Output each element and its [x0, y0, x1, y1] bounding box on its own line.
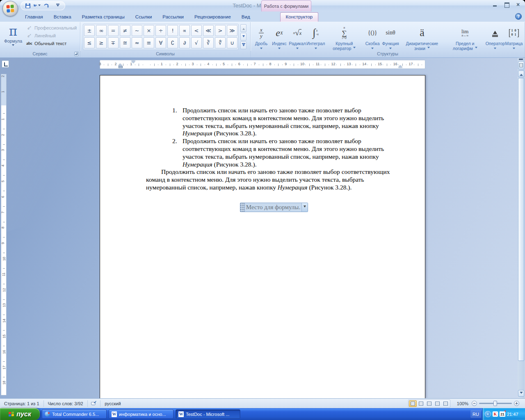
structure-function-button[interactable]: sinθФункция — [381, 23, 399, 51]
symbol-button[interactable]: ≡ — [144, 37, 154, 48]
close-button[interactable]: × — [515, 2, 521, 7]
zoom-track[interactable] — [479, 403, 512, 404]
restore-button[interactable] — [504, 2, 509, 7]
hanging-indent-marker[interactable] — [118, 62, 122, 66]
tab-references[interactable]: Ссылки — [130, 12, 158, 22]
symbols-scroll-down-button[interactable] — [240, 33, 247, 41]
symbol-button[interactable]: ∝ — [179, 25, 190, 36]
task-button[interactable]: WTestDoc - Microsoft ... — [176, 409, 240, 419]
structure-limit-and-log-button[interactable]: limn→∞Предел и логарифм — [445, 23, 486, 51]
print-layout-icon — [411, 402, 415, 406]
equation-dropdown-button[interactable] — [301, 203, 308, 212]
structure-accent-button[interactable]: äДиакритические знаки — [399, 23, 445, 51]
office-button[interactable] — [2, 1, 18, 16]
vertical-ruler[interactable]: 12123456789101112131415161718 — [1, 74, 7, 395]
tab-view[interactable]: Вид — [236, 12, 256, 22]
symbol-button[interactable]: ~ — [132, 25, 142, 36]
symbol-button[interactable]: ∂ — [179, 37, 190, 48]
right-indent-marker[interactable] — [398, 63, 402, 68]
document-page[interactable]: 1.Продолжить список или начать его занов… — [100, 75, 425, 398]
symbol-button[interactable]: ! — [167, 25, 178, 36]
symbol-button[interactable]: ∓ — [108, 37, 119, 48]
equation-placeholder-text[interactable]: Место для формулы. — [245, 203, 301, 212]
equation-button[interactable]: π Формула — [2, 23, 25, 51]
symbols-more-button[interactable] — [240, 41, 247, 49]
zoom-level[interactable]: 100% — [457, 401, 468, 406]
structure-script-button[interactable]: eXИндекс — [270, 23, 288, 51]
symbol-button[interactable]: ≅ — [120, 37, 130, 48]
spellcheck-status[interactable]: ✓ — [88, 400, 100, 407]
symbol-button[interactable]: ≈ — [132, 37, 142, 48]
structure-matrix-button[interactable]: [1 00 1]Матрица — [505, 23, 523, 51]
structure-bracket-button[interactable]: {()}Скобка — [363, 23, 381, 51]
scroll-up-button[interactable] — [518, 71, 524, 77]
tab-mailings[interactable]: Рассылки — [157, 12, 189, 22]
task-label: информатика и осно... — [119, 412, 166, 417]
tab-home[interactable]: Главная — [20, 12, 48, 22]
scroll-down-button[interactable] — [518, 390, 524, 397]
tab-stop-selector-button[interactable] — [2, 60, 9, 68]
horizontal-ruler[interactable]: 1231234567891011121314151617 — [100, 60, 425, 69]
tab-review[interactable]: Рецензирование — [189, 12, 236, 22]
structure-operator-button[interactable]: Оператор — [486, 23, 505, 51]
symbol-button[interactable]: ∛ — [203, 37, 214, 48]
symbol-button[interactable]: < — [191, 25, 202, 36]
page-indicator[interactable]: Страница: 1 из 1 — [0, 400, 44, 407]
clock[interactable]: 21:47 — [507, 412, 518, 417]
split-handle[interactable] — [519, 59, 523, 60]
symbol-button[interactable]: ≥ — [96, 37, 107, 48]
ruler-toggle-button[interactable] — [518, 61, 524, 69]
calendar-21-icon[interactable]: 21 — [500, 411, 505, 417]
symbol-button[interactable]: ∜ — [215, 37, 226, 48]
symbol-button[interactable]: √ — [191, 37, 202, 48]
tab-design[interactable]: Конструктор — [280, 12, 319, 22]
outline-view-button[interactable] — [434, 400, 441, 407]
structure-integral-button[interactable]: ∫x-xИнтеграл — [306, 23, 325, 51]
symbol-button[interactable]: ≤ — [84, 37, 95, 48]
structure-radical-button[interactable]: n√xРадикал — [288, 23, 306, 51]
symbol-button[interactable]: ∞ — [96, 25, 107, 36]
symbol-button[interactable]: ≫ — [227, 25, 237, 36]
symbol-button[interactable]: ≠ — [120, 25, 130, 36]
left-indent-marker[interactable] — [119, 66, 123, 68]
symbol-button[interactable]: = — [108, 25, 119, 36]
word-count-indicator[interactable]: Число слов: 3/92 — [44, 400, 88, 407]
hide-icons-chevron-icon[interactable]: ‹ — [485, 411, 491, 417]
ruler-number: 1 — [1, 91, 5, 93]
print-layout-view-button[interactable] — [409, 400, 417, 407]
zoom-in-button[interactable]: + — [514, 401, 519, 406]
minimize-button[interactable] — [492, 2, 498, 7]
language-bar-indicator[interactable]: RU — [470, 410, 481, 418]
symbol-button[interactable]: > — [215, 25, 226, 36]
vertical-scrollbar[interactable] — [518, 58, 525, 398]
language-indicator[interactable]: русский — [100, 400, 125, 407]
zoom-out-button[interactable]: − — [472, 401, 477, 406]
symbol-button[interactable]: ∪ — [227, 37, 237, 48]
content-control-handle[interactable] — [240, 203, 245, 212]
structure-large-operator-button[interactable]: n∑i=0Крупный оператор — [325, 23, 363, 51]
symbol-button[interactable]: ∀ — [155, 37, 166, 48]
fullscreen-reading-view-button[interactable] — [417, 400, 425, 407]
scrollbar-thumb[interactable] — [518, 78, 524, 361]
draft-view-button[interactable] — [442, 400, 450, 407]
tab-page-layout[interactable]: Разметка страницы — [77, 12, 130, 22]
structure-fraction-button[interactable]: xyДробь — [252, 23, 270, 51]
zoom-thumb[interactable] — [493, 401, 497, 406]
symbol-button[interactable]: ± — [84, 25, 95, 36]
option-normal-text[interactable]: abcОбычный текст — [25, 39, 78, 47]
task-button[interactable]: Total Commander 6.5... — [42, 409, 107, 419]
symbols-scroll-up-button[interactable] — [240, 24, 247, 32]
chevron-down-icon — [304, 205, 306, 209]
kaspersky-icon[interactable]: K — [493, 411, 498, 417]
help-button[interactable]: ? — [515, 13, 522, 20]
dialog-launcher-icon[interactable] — [74, 52, 79, 56]
web-layout-view-button[interactable] — [425, 400, 433, 407]
start-button[interactable]: пуск — [0, 408, 40, 420]
symbol-button[interactable]: ∁ — [167, 37, 178, 48]
tab-insert[interactable]: Вставка — [48, 12, 77, 22]
equation-content-control[interactable]: Место для формулы. — [240, 203, 308, 212]
symbol-button[interactable]: × — [144, 25, 154, 36]
symbol-button[interactable]: ≪ — [203, 25, 214, 36]
symbol-button[interactable]: ÷ — [155, 25, 166, 36]
task-button[interactable]: Wинформатика и осно... — [109, 409, 173, 419]
